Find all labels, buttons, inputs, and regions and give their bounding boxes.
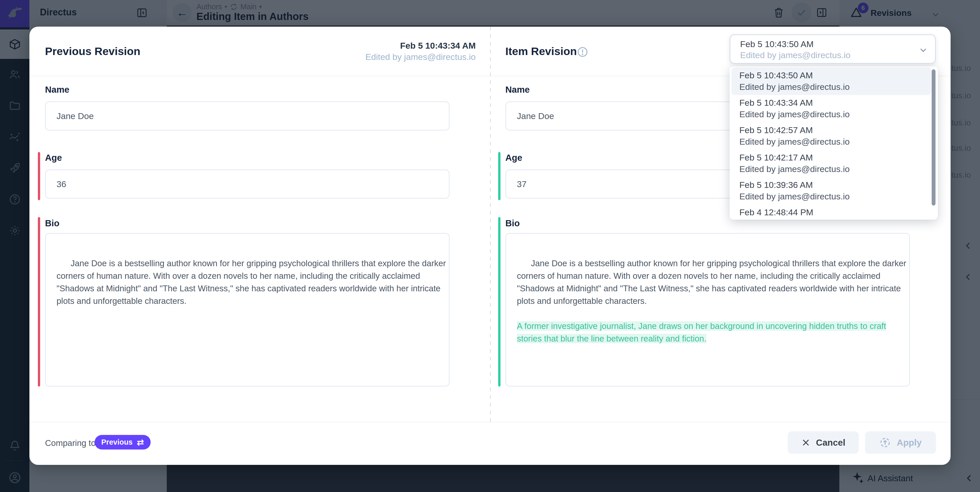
screen: Directus ← Authors • Main ▾ Editing Item… [0, 0, 980, 492]
cancel-label: Cancel [816, 438, 845, 448]
dropdown-item[interactable]: Feb 4 12:48:44 PM Edited by james@direct… [730, 204, 938, 220]
bio-text: Jane Doe is a bestselling author known f… [57, 259, 446, 306]
column-dashed-divider [490, 27, 491, 422]
previous-revision-edited-by: Edited by james@directus.io [366, 51, 476, 62]
name-input[interactable]: Jane Doe [45, 101, 450, 131]
revision-dropdown-menu: Feb 5 10:43:50 AM Edited by james@direct… [730, 66, 938, 220]
modal-footer-divider [29, 422, 951, 422]
apply-button[interactable]: Apply [865, 431, 936, 454]
name-value: Jane Doe [517, 111, 554, 121]
dropdown-item[interactable]: Feb 5 10:43:34 AM Edited by james@direct… [730, 95, 938, 122]
previous-revision-title: Previous Revision [45, 45, 140, 58]
dropdown-item-title: Feb 4 12:48:44 PM [739, 206, 938, 218]
dropdown-scrollbar[interactable] [932, 69, 935, 206]
close-icon [801, 438, 810, 447]
age-input[interactable]: 36 [45, 169, 450, 199]
dropdown-item-subtitle: Edited by james@directus.io [739, 136, 938, 147]
age-value: 37 [517, 179, 527, 189]
dropdown-item-title: Feb 5 10:39:36 AM [739, 179, 938, 191]
info-icon[interactable] [577, 46, 589, 58]
dropdown-item-title: Feb 5 10:43:50 AM [739, 70, 931, 81]
age-label: Age [505, 153, 522, 163]
swap-icon: ⇄ [137, 437, 144, 447]
compare-target-label: Previous [101, 438, 133, 446]
revision-select-subtitle: Edited by james@directus.io [740, 50, 850, 61]
bio-textarea[interactable]: Jane Doe is a bestselling author known f… [505, 233, 910, 387]
dropdown-item-subtitle: Edited by james@directus.io [739, 163, 938, 175]
bio-text: Jane Doe is a bestselling author known f… [517, 259, 906, 306]
dropdown-item-title: Feb 5 10:42:17 AM [739, 152, 938, 163]
apply-label: Apply [897, 438, 921, 448]
bio-changed-bar [498, 217, 501, 387]
compare-target-button[interactable]: Previous ⇄ [95, 435, 151, 449]
bio-label: Bio [505, 218, 520, 228]
dropdown-item-title: Feb 5 10:42:57 AM [739, 125, 938, 136]
previous-revision-timestamp: Feb 5 10:43:34 AM [366, 40, 476, 51]
age-changed-bar [38, 152, 40, 200]
apply-icon [879, 437, 891, 449]
age-label: Age [45, 153, 62, 163]
dropdown-item-title: Feb 5 10:43:34 AM [739, 97, 938, 109]
bio-changed-bar [38, 217, 40, 387]
age-value: 36 [57, 179, 66, 189]
dropdown-item-subtitle: Edited by james@directus.io [739, 81, 931, 93]
name-label: Name [45, 85, 69, 95]
dropdown-item-subtitle: Edited by james@directus.io [739, 191, 938, 202]
cancel-button[interactable]: Cancel [788, 431, 859, 454]
age-changed-bar [498, 152, 501, 200]
dropdown-item-subtitle: Edited by james@directus.io [739, 218, 938, 220]
dropdown-item[interactable]: Feb 5 10:42:17 AM Edited by james@direct… [730, 150, 938, 177]
comparing-to-label: Comparing to [45, 438, 95, 448]
dropdown-item[interactable]: Feb 5 10:39:36 AM Edited by james@direct… [730, 177, 938, 204]
name-value: Jane Doe [57, 111, 94, 121]
bio-label: Bio [45, 218, 59, 228]
dropdown-item-subtitle: Edited by james@directus.io [739, 109, 938, 120]
name-label: Name [505, 85, 530, 95]
revision-select[interactable]: Feb 5 10:43:50 AM Edited by james@direct… [730, 34, 936, 64]
previous-revision-meta: Feb 5 10:43:34 AM Edited by james@direct… [366, 40, 476, 62]
chevron-down-icon [918, 45, 928, 55]
bio-textarea[interactable]: Jane Doe is a bestselling author known f… [45, 233, 450, 387]
dropdown-item[interactable]: Feb 5 10:42:57 AM Edited by james@direct… [730, 122, 938, 150]
revision-select-value: Feb 5 10:43:50 AM [740, 38, 813, 50]
bio-added-text: A former investigative journalist, Jane … [517, 321, 886, 343]
item-revision-title: Item Revision [505, 45, 577, 58]
dropdown-item-selected[interactable]: Feb 5 10:43:50 AM Edited by james@direct… [732, 67, 931, 95]
